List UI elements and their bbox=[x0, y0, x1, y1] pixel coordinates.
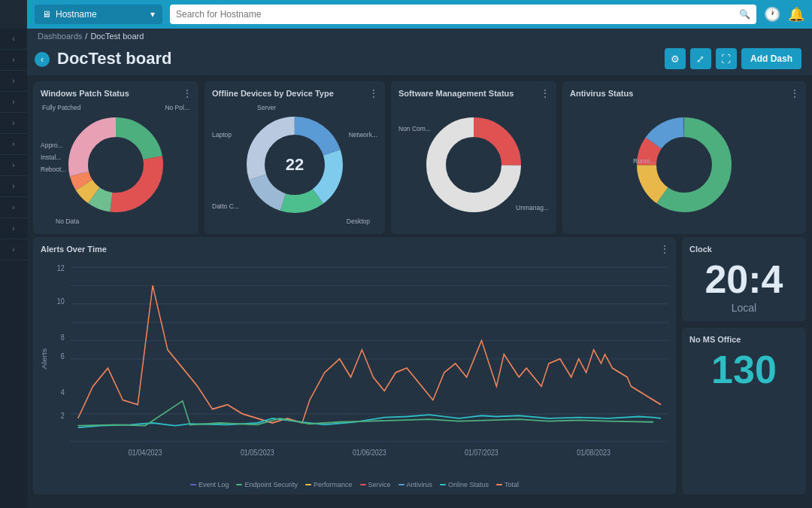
offline-devices-menu[interactable]: ⋮ bbox=[368, 87, 379, 99]
share-button[interactable]: ⤢ bbox=[690, 48, 711, 69]
hostname-label: Hostname bbox=[56, 9, 97, 20]
clock-time: 20:4 bbox=[689, 260, 798, 299]
clock-icon[interactable]: 🕐 bbox=[764, 6, 780, 23]
widget-msoffice: No MS Office 130 bbox=[682, 327, 806, 494]
search-input[interactable] bbox=[176, 9, 735, 20]
antivirus-svg bbox=[632, 112, 737, 217]
nav-item-7[interactable]: › bbox=[0, 176, 27, 197]
software-mgmt-menu[interactable]: ⋮ bbox=[540, 87, 550, 99]
topbar: 🖥 Hostname ▾ 🔍 🕐 🔔 bbox=[27, 0, 812, 29]
offline-devices-donut: 22 Server Laptop Network... Datto C... D… bbox=[212, 102, 377, 227]
legend-endpoint: Endpoint Security bbox=[236, 481, 298, 488]
offline-label-network: Network... bbox=[349, 131, 377, 138]
collapse-button[interactable]: ‹ bbox=[35, 52, 50, 67]
av-label-running: Runni... bbox=[633, 157, 655, 165]
offline-label-desktop: Desktop bbox=[347, 217, 370, 225]
svg-text:01/04/2023: 01/04/2023 bbox=[129, 448, 162, 457]
nav-item-9[interactable]: › bbox=[0, 218, 27, 239]
alerts-legend: Event Log Endpoint Security Performance … bbox=[41, 481, 668, 488]
nav-item-1[interactable]: › bbox=[0, 50, 27, 71]
svg-text:6: 6 bbox=[61, 351, 65, 360]
alerts-chart-area: 12 10 8 6 4 2 Alerts 01/04/2023 01/05/20… bbox=[41, 258, 668, 478]
svg-text:12: 12 bbox=[57, 263, 65, 272]
nav-item-2[interactable]: › bbox=[0, 71, 27, 92]
alerts-chart-svg: 12 10 8 6 4 2 Alerts 01/04/2023 01/05/20… bbox=[41, 258, 668, 478]
legend-performance: Performance bbox=[305, 481, 353, 488]
add-dashboard-button[interactable]: Add Dash bbox=[741, 48, 801, 69]
software-mgmt-svg bbox=[421, 112, 526, 217]
widget-offline-devices: Offline Devices by Device Type ⋮ bbox=[205, 81, 385, 234]
topbar-icons: 🕐 🔔 bbox=[764, 6, 804, 23]
software-mgmt-title: Software Management Status bbox=[398, 89, 549, 98]
patch-label-nopol: No Pol... bbox=[165, 104, 189, 111]
legend-service: Service bbox=[360, 481, 391, 488]
widget-windows-patch: Windows Patch Status ⋮ bbox=[33, 81, 198, 234]
widget-clock: Clock 20:4 Local bbox=[682, 237, 806, 321]
nav-item-4[interactable]: › bbox=[0, 113, 27, 134]
patch-label-instal: Instal... bbox=[41, 154, 61, 161]
clock-timezone: Local bbox=[689, 302, 798, 314]
msoffice-title: No MS Office bbox=[689, 335, 798, 344]
breadcrumb-separator: / bbox=[85, 32, 87, 41]
svg-text:01/08/2023: 01/08/2023 bbox=[577, 448, 611, 457]
legend-onlinestatus: Online Status bbox=[440, 481, 489, 488]
offline-label-datto: Datto C... bbox=[212, 202, 239, 210]
alerts-menu[interactable]: ⋮ bbox=[659, 243, 670, 255]
msoffice-count: 130 bbox=[689, 350, 798, 389]
search-bar: 🔍 bbox=[170, 5, 756, 24]
swmgmt-label-unmanag: Unmanag... bbox=[516, 204, 549, 211]
svg-text:8: 8 bbox=[61, 333, 65, 342]
nav-item-10[interactable]: › bbox=[0, 239, 27, 260]
expand-button[interactable]: ⛶ bbox=[716, 48, 737, 69]
windows-patch-menu[interactable]: ⋮ bbox=[182, 87, 192, 99]
bell-icon[interactable]: 🔔 bbox=[788, 6, 804, 23]
patch-label-fullypatch: Fully Patched bbox=[42, 104, 81, 111]
alerts-title: Alerts Over Time bbox=[41, 245, 668, 254]
offline-devices-center: 22 bbox=[286, 155, 304, 175]
widget-software-mgmt: Software Management Status ⋮ Non Com... bbox=[391, 81, 556, 234]
patch-label-reboot: Reboot... bbox=[41, 166, 67, 173]
nav-item-5[interactable]: › bbox=[0, 134, 27, 155]
nav-item-3[interactable]: › bbox=[0, 92, 27, 113]
antivirus-donut: Runni... bbox=[570, 102, 798, 227]
widget-antivirus: Antivirus Status ⋮ bbox=[562, 81, 806, 234]
svg-text:4: 4 bbox=[61, 388, 65, 397]
left-navigation: ‹ › › › › › › › › › › bbox=[0, 29, 27, 508]
legend-antivirus: Antivirus bbox=[398, 481, 433, 488]
svg-text:01/06/2023: 01/06/2023 bbox=[353, 448, 386, 457]
antivirus-title: Antivirus Status bbox=[570, 89, 798, 98]
widget-alerts: Alerts Over Time ⋮ 12 10 bbox=[33, 237, 676, 494]
breadcrumb-root[interactable]: Dashboards bbox=[38, 32, 82, 41]
offline-label-laptop: Laptop bbox=[212, 131, 232, 138]
settings-button[interactable]: ⚙ bbox=[665, 48, 686, 69]
offline-devices-title: Offline Devices by Device Type bbox=[212, 89, 377, 98]
svg-text:2: 2 bbox=[61, 411, 65, 420]
hostname-selector[interactable]: 🖥 Hostname ▾ bbox=[35, 5, 162, 24]
legend-total: Total bbox=[496, 481, 519, 488]
software-mgmt-donut: Non Com... Unmanag... bbox=[398, 102, 549, 227]
dashboard-main: Windows Patch Status ⋮ bbox=[27, 75, 812, 500]
nav-collapse-top[interactable]: ‹ bbox=[0, 29, 27, 50]
patch-label-appro: Appro... bbox=[41, 141, 63, 149]
search-icon: 🔍 bbox=[739, 9, 750, 20]
nav-item-6[interactable]: › bbox=[0, 155, 27, 176]
breadcrumb: Dashboards / DocTest board bbox=[27, 29, 812, 44]
monitor-icon: 🖥 bbox=[42, 9, 51, 20]
right-widgets: Clock 20:4 Local No MS Office 130 bbox=[682, 237, 806, 494]
dashboard-bottom-row: Alerts Over Time ⋮ 12 10 bbox=[27, 237, 812, 500]
patch-label-nodata: No Data bbox=[56, 217, 79, 225]
clock-title: Clock bbox=[689, 245, 798, 254]
windows-patch-title: Windows Patch Status bbox=[41, 89, 191, 98]
page-header: ‹ DocTest board ⚙ ⤢ ⛶ Add Dash bbox=[27, 44, 812, 75]
svg-text:10: 10 bbox=[57, 297, 65, 306]
legend-eventlog: Event Log bbox=[190, 481, 229, 488]
swmgmt-label-noncom: Non Com... bbox=[398, 125, 431, 132]
antivirus-menu[interactable]: ⋮ bbox=[789, 87, 800, 99]
svg-text:01/05/2023: 01/05/2023 bbox=[241, 448, 274, 457]
breadcrumb-current: DocTest board bbox=[90, 32, 144, 41]
header-actions: ⚙ ⤢ ⛶ Add Dash bbox=[665, 48, 801, 69]
svg-text:Alerts: Alerts bbox=[41, 348, 48, 370]
offline-label-server: Server bbox=[257, 104, 276, 111]
nav-item-8[interactable]: › bbox=[0, 197, 27, 218]
dashboard-top-row: Windows Patch Status ⋮ bbox=[27, 75, 812, 237]
